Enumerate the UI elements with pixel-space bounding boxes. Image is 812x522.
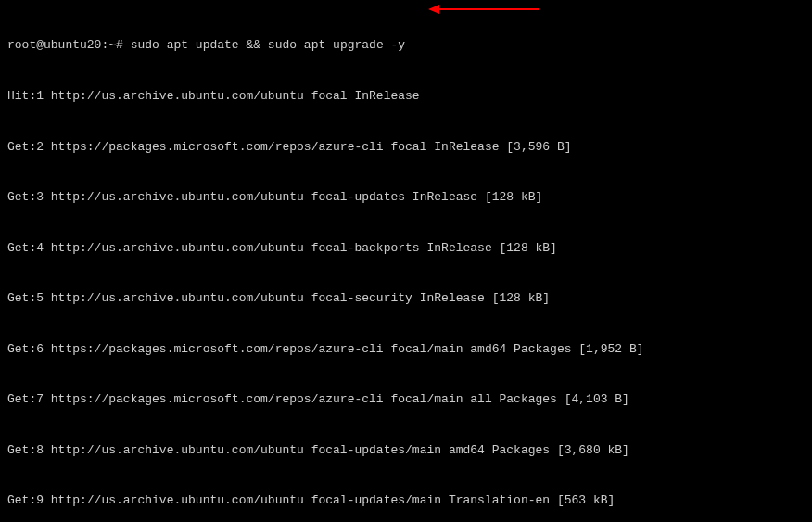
output-line: Get:7 https://packages.microsoft.com/rep… — [7, 391, 805, 408]
output-line: Get:9 http://us.archive.ubuntu.com/ubunt… — [7, 492, 805, 509]
output-line: Get:3 http://us.archive.ubuntu.com/ubunt… — [7, 189, 805, 206]
prompt-path: :~# — [101, 38, 122, 52]
prompt-user-host: root@ubuntu20 — [7, 38, 101, 52]
output-line: Get:5 http://us.archive.ubuntu.com/ubunt… — [7, 290, 805, 307]
terminal-window[interactable]: root@ubuntu20:~# sudo apt update && sudo… — [7, 4, 805, 522]
prompt-line: root@ubuntu20:~# sudo apt update && sudo… — [7, 37, 805, 54]
output-line: Get:2 https://packages.microsoft.com/rep… — [7, 139, 805, 156]
output-line: Get:4 http://us.archive.ubuntu.com/ubunt… — [7, 240, 805, 257]
command-text: sudo apt update && sudo apt upgrade -y — [131, 38, 405, 52]
output-line: Hit:1 http://us.archive.ubuntu.com/ubunt… — [7, 88, 805, 105]
output-line: Get:6 https://packages.microsoft.com/rep… — [7, 341, 805, 358]
output-line: Get:8 http://us.archive.ubuntu.com/ubunt… — [7, 442, 805, 459]
